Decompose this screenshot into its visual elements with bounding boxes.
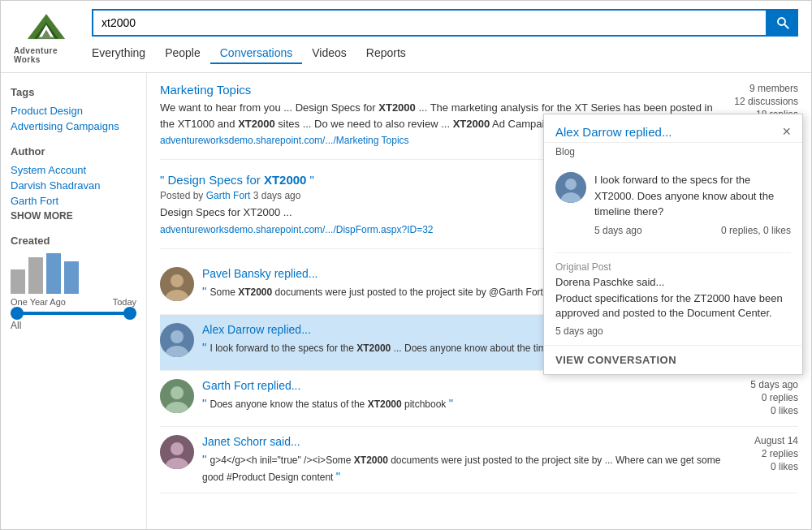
sidebar-author-system[interactable]: System Account bbox=[11, 164, 136, 176]
bar-3 bbox=[46, 253, 61, 294]
popup-type: Blog bbox=[544, 143, 802, 164]
popup-body: I look forward to the specs for the XT20… bbox=[544, 164, 802, 244]
conv-body-janet: Janet Schorr said... " g>4</g><h inil="t… bbox=[202, 435, 725, 485]
result-title-marketing[interactable]: Marketing Topics bbox=[160, 83, 715, 97]
header: Adventure Works Everything People Conver… bbox=[1, 1, 811, 73]
conv-date-janet: August 14 bbox=[733, 435, 798, 446]
popup-msg-time: 5 days ago bbox=[594, 225, 642, 236]
sidebar-tag-advertising[interactable]: Advertising Campaigns bbox=[11, 120, 136, 132]
popup-avatar-row: I look forward to the specs for the XT20… bbox=[555, 172, 791, 236]
slider-filled bbox=[11, 312, 136, 315]
popup-original-title: Original Post bbox=[555, 261, 791, 273]
popup-msg-meta: 5 days ago 0 replies, 0 likes bbox=[594, 225, 791, 236]
result-author-link[interactable]: Garth Fort bbox=[206, 190, 251, 201]
slider-label: All bbox=[11, 320, 136, 331]
popup-header: Alex Darrow replied... × bbox=[544, 114, 802, 143]
popup-avatar-alex bbox=[555, 172, 586, 203]
svg-line-5 bbox=[784, 24, 788, 28]
conv-replies-janet: 2 replies bbox=[733, 448, 798, 459]
tab-reports[interactable]: Reports bbox=[356, 43, 416, 64]
conv-item-garth[interactable]: Garth Fort replied... " Does anyone know… bbox=[160, 371, 798, 427]
quote-close: " bbox=[306, 173, 314, 187]
popup-close-button[interactable]: × bbox=[782, 124, 791, 139]
search-button[interactable] bbox=[767, 9, 798, 37]
avatar-icon-alex bbox=[160, 323, 194, 357]
sidebar-tag-product-design[interactable]: Product Design bbox=[11, 105, 136, 117]
quote-open: " bbox=[160, 173, 168, 187]
result-members: 9 members bbox=[725, 83, 798, 94]
slider-handle-right[interactable] bbox=[123, 307, 136, 320]
date-label-start: One Year Ago bbox=[11, 297, 66, 307]
conv-body-garth: Garth Fort replied... " Does anyone know… bbox=[202, 379, 725, 412]
tab-everything[interactable]: Everything bbox=[92, 43, 155, 64]
svg-point-13 bbox=[171, 386, 184, 399]
conv-item-janet[interactable]: Janet Schorr said... " g>4</g><h inil="t… bbox=[160, 427, 798, 493]
date-bars bbox=[11, 253, 136, 294]
popup-msg-stats: 0 replies, 0 likes bbox=[721, 225, 791, 236]
search-tabs: Everything People Conversations Videos R… bbox=[92, 43, 798, 64]
results-area: Marketing Topics We want to hear from yo… bbox=[147, 73, 811, 529]
conv-likes-garth: 0 likes bbox=[733, 405, 798, 416]
popup-divider bbox=[555, 252, 791, 253]
avatar-icon-garth bbox=[160, 379, 194, 413]
conv-title-janet[interactable]: Janet Schorr said... bbox=[202, 435, 725, 448]
popup-original-post: Original Post Dorena Paschke said... Pro… bbox=[544, 261, 802, 345]
conv-date-garth: 5 days ago bbox=[733, 379, 798, 390]
svg-point-7 bbox=[171, 274, 184, 287]
conversation-popup: Alex Darrow replied... × Blog bbox=[543, 114, 803, 375]
main: Tags Product Design Advertising Campaign… bbox=[1, 73, 811, 529]
svg-point-10 bbox=[171, 330, 184, 343]
conv-right-garth: 5 days ago 0 replies 0 likes bbox=[733, 379, 798, 418]
conv-right-janet: August 14 2 replies 0 likes bbox=[733, 435, 798, 474]
popup-original-date: 5 days ago bbox=[555, 325, 791, 337]
sidebar-author-garth[interactable]: Garth Fort bbox=[11, 195, 136, 207]
avatar-icon-janet bbox=[160, 435, 194, 469]
search-bar-area: Everything People Conversations Videos R… bbox=[92, 9, 798, 64]
conv-likes-janet: 0 likes bbox=[733, 461, 798, 472]
popup-original-author: Dorena Paschke said... bbox=[555, 276, 791, 288]
avatar-pavel bbox=[160, 267, 194, 301]
bar-2 bbox=[28, 257, 43, 294]
popup-original-text: Product specifications for the ZT2000 ha… bbox=[555, 291, 791, 321]
slider-handle-left[interactable] bbox=[11, 307, 24, 320]
conv-title-garth[interactable]: Garth Fort replied... bbox=[202, 379, 725, 392]
popup-footer: VIEW CONVERSATION bbox=[544, 345, 802, 374]
conv-snippet-garth: " Does anyone know the status of the XT2… bbox=[202, 394, 725, 412]
popup-message-content: I look forward to the specs for the XT20… bbox=[594, 172, 791, 236]
popup-title[interactable]: Alex Darrow replied... bbox=[555, 125, 672, 139]
avatar-icon-pavel bbox=[160, 267, 194, 301]
popup-message: I look forward to the specs for the XT20… bbox=[594, 172, 791, 220]
conv-replies-garth: 0 replies bbox=[733, 392, 798, 403]
date-slider[interactable] bbox=[11, 312, 136, 315]
avatar-alex bbox=[160, 323, 194, 357]
date-labels: One Year Ago Today bbox=[11, 297, 136, 307]
created-section-title: Created bbox=[11, 235, 136, 247]
svg-point-19 bbox=[565, 179, 577, 190]
date-range: One Year Ago Today All bbox=[11, 253, 136, 331]
view-conversation-button[interactable]: VIEW CONVERSATION bbox=[555, 354, 791, 366]
logo-text: Adventure Works bbox=[14, 46, 79, 64]
conv-snippet-janet: " g>4</g><h inil="true" /><i>Some XT2000… bbox=[202, 450, 725, 485]
popup-avatar-icon bbox=[555, 172, 586, 203]
search-input[interactable] bbox=[92, 9, 767, 37]
avatar-janet bbox=[160, 435, 194, 469]
bar-4 bbox=[64, 261, 79, 294]
logo: Adventure Works bbox=[14, 10, 79, 64]
svg-point-16 bbox=[171, 442, 184, 455]
tab-conversations[interactable]: Conversations bbox=[210, 43, 303, 64]
date-label-end: Today bbox=[113, 297, 136, 307]
show-more-button[interactable]: SHOW MORE bbox=[11, 210, 136, 222]
sidebar-author-darvish[interactable]: Darvish Shadravan bbox=[11, 179, 136, 192]
search-icon bbox=[775, 15, 790, 30]
tab-people[interactable]: People bbox=[155, 43, 210, 64]
avatar-garth bbox=[160, 379, 194, 413]
sidebar: Tags Product Design Advertising Campaign… bbox=[1, 73, 147, 529]
tab-videos[interactable]: Videos bbox=[302, 43, 356, 64]
result-discussions: 12 discussions bbox=[725, 96, 798, 107]
tags-section-title: Tags bbox=[11, 86, 136, 98]
logo-icon bbox=[22, 10, 71, 46]
author-section-title: Author bbox=[11, 145, 136, 157]
bar-1 bbox=[11, 269, 25, 294]
